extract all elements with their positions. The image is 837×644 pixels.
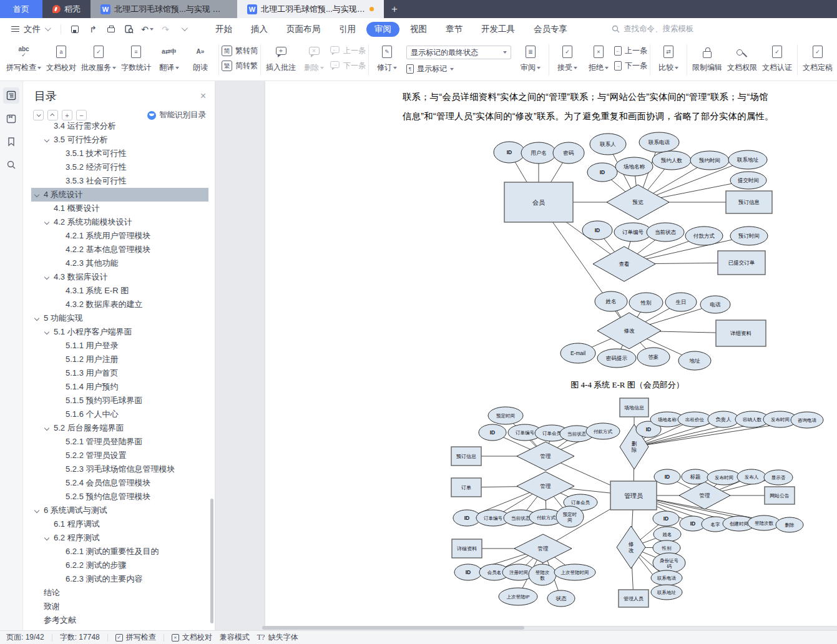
prev-change-button[interactable]: ←上一条: [614, 46, 647, 56]
tab-docer[interactable]: 稻壳: [42, 0, 91, 18]
toc-item[interactable]: 3.5.2 经济可行性: [31, 160, 208, 174]
chevron-down-icon[interactable]: [35, 509, 44, 512]
tab-document-thesis[interactable]: W北理工羽毛球馆预...与实现 毕业论文: [237, 0, 384, 18]
menu-tab-dev-tools[interactable]: 开发工具: [473, 22, 523, 37]
menu-tab-references[interactable]: 引用: [331, 22, 364, 37]
toc-item[interactable]: 6 系统调试与测试: [31, 504, 208, 517]
print-button[interactable]: [106, 24, 116, 34]
chevron-down-icon[interactable]: [45, 275, 54, 279]
toc-item[interactable]: 5.1.6 个人中心: [31, 407, 208, 421]
chevron-down-icon[interactable]: [45, 536, 54, 540]
track-changes-button[interactable]: ✎修订: [371, 40, 403, 73]
menu-tab-section[interactable]: 章节: [438, 22, 471, 37]
toc-item[interactable]: 5.2.1 管理员登陆界面: [31, 435, 208, 449]
file-menu-button[interactable]: 文件: [6, 24, 54, 35]
bookmark-pane-button[interactable]: [3, 134, 19, 150]
toc-item[interactable]: 3.5.3 社会可行性: [31, 174, 208, 188]
toc-item[interactable]: 5.2 后台服务端界面: [31, 421, 208, 435]
word-count-indicator[interactable]: 字数: 17748: [60, 632, 100, 643]
more-commands-button[interactable]: [179, 24, 188, 34]
toc-item[interactable]: 3.4 运行需求分析: [31, 119, 208, 133]
menu-tab-review[interactable]: 审阅: [366, 22, 399, 37]
toc-item[interactable]: 4.2 系统功能模块设计: [31, 215, 208, 229]
spell-check-button[interactable]: abc✓拼写检查: [4, 40, 44, 73]
chevron-down-icon[interactable]: [35, 316, 44, 320]
trad-to-simp-button[interactable]: 简繁转简: [222, 46, 258, 56]
chevron-down-icon[interactable]: [45, 138, 54, 142]
finalize-button[interactable]: ✓文档定稿: [800, 40, 835, 73]
save-button[interactable]: [70, 24, 80, 34]
tab-document-proposal[interactable]: W北理工羽毛球馆预...与实现 开题报告: [91, 0, 237, 18]
toc-item[interactable]: 6.2 程序测试: [31, 531, 208, 545]
document-page[interactable]: 联系；与“会员详细资料”实体之间的“管理”联系；与“网站公告”实体间的“管理”联…: [265, 81, 837, 626]
compat-mode-status[interactable]: 兼容模式: [220, 632, 250, 643]
menu-tab-view[interactable]: 视图: [402, 22, 435, 37]
toc-item[interactable]: 参考文献: [31, 613, 208, 627]
toc-item[interactable]: 6.2.1 测试的重要性及目的: [31, 545, 208, 559]
toc-item[interactable]: 5.2.4 会员信息管理模块: [31, 476, 208, 490]
chevron-down-icon[interactable]: [45, 330, 54, 334]
toc-item[interactable]: 4.2.1 系统用户管理模块: [31, 229, 208, 243]
new-tab-button[interactable]: +: [384, 0, 405, 18]
prev-comment-button[interactable]: ←上一条: [330, 46, 366, 56]
redo-button[interactable]: ↷: [160, 24, 170, 34]
toc-item[interactable]: 5.1.2 用户注册: [31, 353, 208, 366]
chevron-down-icon[interactable]: [45, 426, 54, 430]
show-markup-button[interactable]: ¶显示标记: [406, 64, 511, 74]
chevron-down-icon[interactable]: [45, 220, 54, 224]
translate-button[interactable]: a⇄中翻译: [154, 40, 185, 73]
toc-item[interactable]: 5.1.5 预约羽毛球界面: [31, 394, 208, 407]
doc-certify-button[interactable]: ✓文档认证: [760, 40, 795, 73]
toc-item[interactable]: 5.1 小程序客户端界面: [31, 325, 208, 339]
restrict-editing-button[interactable]: 限制编辑: [690, 40, 725, 73]
menu-tab-page-layout[interactable]: 页面布局: [278, 22, 328, 37]
horizontal-scrollbar[interactable]: [262, 626, 524, 630]
word-count-button[interactable]: ≡字数统计: [119, 40, 154, 73]
doc-permission-button[interactable]: 文档权限: [725, 40, 760, 73]
doc-proof-status[interactable]: ×文档校对: [172, 632, 212, 643]
toc-item[interactable]: 5.2.2 管理员设置: [31, 449, 208, 462]
tab-home[interactable]: 首页: [0, 0, 42, 18]
toc-item[interactable]: 5.2.3 羽毛球场馆信息管理模块: [31, 462, 208, 476]
toc-item[interactable]: 4.2.2 基本信息管理模块: [31, 243, 208, 256]
review-button[interactable]: ≣审阅: [515, 40, 546, 73]
toc-item[interactable]: 4.3 数据库设计: [31, 270, 208, 284]
menu-tab-member[interactable]: 会员专享: [526, 22, 575, 37]
toc-item[interactable]: 4.3.1 系统 E-R 图: [31, 284, 208, 298]
toc-item[interactable]: 5.1.3 用户首页: [31, 366, 208, 380]
toc-item[interactable]: 5.2.5 预约信息管理模块: [31, 490, 208, 504]
delete-comment-button[interactable]: ×删除: [298, 40, 330, 73]
markup-state-dropdown[interactable]: 显示标记的最终状态: [406, 46, 511, 59]
grading-service-button[interactable]: ✓批改服务: [79, 40, 119, 73]
toc-item[interactable]: 5.1.4 用户预约: [31, 380, 208, 394]
simp-to-trad-button[interactable]: 繁简转繁: [222, 61, 258, 71]
next-comment-button[interactable]: →下一条: [330, 61, 366, 71]
chevron-down-icon[interactable]: [35, 193, 44, 197]
navigation-pane-button[interactable]: [3, 110, 19, 127]
toc-item[interactable]: 6.2.2 测试的步骤: [31, 559, 208, 572]
toc-item[interactable]: 6.2.3 测试的主要内容: [31, 572, 208, 586]
toc-item[interactable]: 4 系统设计: [31, 188, 208, 202]
toc-scrollbar[interactable]: [210, 499, 213, 623]
output-button[interactable]: ↱: [88, 24, 98, 34]
find-pane-button[interactable]: [3, 157, 19, 173]
accept-button[interactable]: ✓接受: [552, 40, 583, 73]
menu-tab-home[interactable]: 开始: [207, 22, 240, 37]
toc-item[interactable]: 6.1 程序调试: [31, 517, 208, 531]
next-change-button[interactable]: →下一条: [614, 61, 647, 71]
toc-item[interactable]: 5.1.1 用户登录: [31, 339, 208, 353]
spell-check-status[interactable]: ✓拼写检查: [115, 632, 156, 643]
command-search[interactable]: 查找命令、搜索模板: [612, 24, 694, 34]
toc-item[interactable]: 结论: [31, 586, 208, 600]
toc-item[interactable]: 5 功能实现: [31, 311, 208, 325]
doc-proof-button[interactable]: a文档校对: [44, 40, 79, 73]
insert-comment-button[interactable]: +插入批注: [263, 40, 298, 73]
missing-font-status[interactable]: T?缺失字体: [257, 632, 298, 643]
toc-item[interactable]: 致谢: [31, 600, 208, 613]
toc-item[interactable]: 3.5.1 技术可行性: [31, 147, 208, 160]
toc-item[interactable]: 4.2.3 其他功能: [31, 256, 208, 270]
page-indicator[interactable]: 页面: 19/42: [6, 632, 44, 643]
print-preview-button[interactable]: [124, 24, 134, 34]
read-aloud-button[interactable]: A»朗读: [185, 40, 216, 73]
reject-button[interactable]: ×拒绝: [583, 40, 614, 73]
